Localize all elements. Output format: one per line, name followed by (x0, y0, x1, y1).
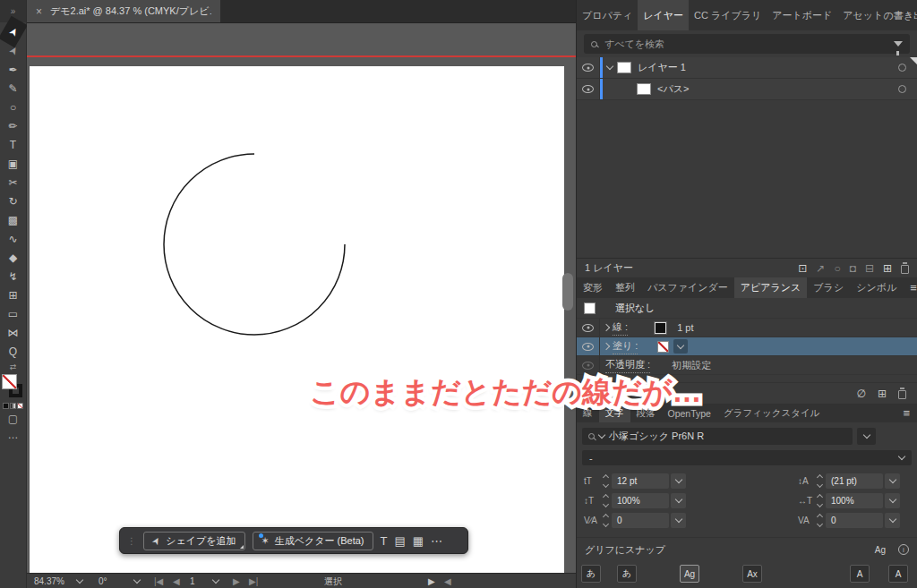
stepper[interactable] (604, 495, 608, 507)
visibility-cell[interactable] (577, 337, 600, 355)
generate-vector-button[interactable]: ✶ 生成ベクター (Beta) (253, 532, 373, 550)
expand-icon[interactable] (603, 66, 617, 69)
fill-row-selected[interactable]: 塗り : (577, 337, 917, 356)
font-size-dropdown[interactable] (671, 473, 686, 489)
fill-label[interactable]: 塗り : (613, 339, 638, 354)
snap-option-glyph-bounds-icon[interactable]: Ag (680, 565, 699, 583)
new-layer-icon[interactable]: ⊞ (883, 262, 892, 275)
font-family-dropdown[interactable] (857, 428, 876, 445)
prev-artboard-button[interactable]: ◀ (173, 574, 180, 588)
kerning-dropdown[interactable] (671, 513, 686, 528)
tab-layers[interactable]: レイヤー (638, 0, 689, 30)
font-style-select[interactable]: - (582, 450, 912, 465)
panel-menu-icon[interactable]: ≡ (896, 406, 917, 420)
eyedropper-tool[interactable]: ◆ (0, 248, 26, 267)
fill-stroke-indicator[interactable] (0, 373, 26, 400)
opacity-label[interactable]: 不透明度 : (605, 358, 650, 373)
rotation-dropdown-icon[interactable] (134, 574, 140, 588)
close-icon[interactable]: × (36, 5, 42, 18)
scroll-left-arrow[interactable]: ◀ (444, 574, 451, 588)
circle-path[interactable] (27, 23, 576, 574)
add-shape-button[interactable]: ➤ シェイプを追加 (143, 532, 245, 550)
rotation-select[interactable]: 0° (99, 574, 107, 588)
shaper-tool[interactable]: ∿ (0, 229, 26, 248)
stroke-row[interactable]: 線 : 1 pt (577, 319, 917, 337)
panel-menu-icon[interactable]: ≡ (903, 281, 917, 294)
shape-builder-tool[interactable]: ⊞ (0, 285, 26, 304)
visibility-cell[interactable] (577, 319, 600, 337)
horizontal-scale-dropdown[interactable] (885, 493, 900, 508)
eye-icon[interactable] (582, 324, 594, 332)
tab-asset-export[interactable]: アセットの書き出し (837, 0, 917, 30)
zoom-dropdown-icon[interactable] (77, 574, 82, 588)
eye-icon[interactable] (582, 362, 594, 370)
stroke-color-swatch[interactable] (655, 322, 666, 334)
path-name[interactable]: <パス> (657, 82, 689, 96)
scroll-right-arrow[interactable]: ▶ (428, 574, 435, 588)
toolbar-more-icon[interactable]: … (0, 427, 26, 443)
visibility-cell[interactable] (577, 57, 600, 78)
last-artboard-button[interactable]: ▶| (249, 574, 258, 588)
stepper[interactable] (818, 475, 822, 487)
color-button[interactable] (3, 403, 9, 409)
fill-dropdown[interactable] (673, 339, 688, 354)
zoom-tool[interactable]: Q (0, 342, 26, 361)
stepper[interactable] (818, 515, 822, 526)
type-tool-button[interactable]: T (381, 534, 388, 548)
tab-properties[interactable]: プロパティ (577, 0, 638, 30)
font-size-input[interactable]: 12 pt (612, 473, 669, 489)
expand-icon[interactable] (600, 325, 613, 330)
gradient-button[interactable] (10, 403, 16, 409)
screen-mode-icon[interactable]: ▢ (0, 411, 26, 427)
eye-icon[interactable] (582, 343, 594, 351)
stepper[interactable] (818, 495, 822, 507)
drag-handle-icon[interactable]: ⋮ (127, 536, 136, 546)
tracking-dropdown[interactable] (885, 513, 900, 528)
twirl-tool[interactable]: ↯ (0, 267, 26, 285)
paintbrush-tool[interactable]: ✏ (0, 116, 26, 135)
scissors-tool[interactable]: ✂ (0, 173, 26, 192)
target-circle-icon[interactable] (898, 64, 906, 72)
next-artboard-button[interactable]: ▶ (233, 574, 240, 588)
stroke-label[interactable]: 線 : (613, 320, 628, 336)
swap-fill-stroke-icon[interactable]: ⇄ (0, 361, 26, 373)
export-icon[interactable]: ↗ (816, 262, 825, 275)
curvature-tool[interactable]: ✎ (0, 79, 26, 98)
more-options-icon[interactable]: ⋯ (431, 534, 442, 548)
zoom-level-select[interactable]: 84.37% (34, 574, 64, 588)
clear-appearance-icon[interactable]: ∅ (856, 388, 865, 400)
expand-icon[interactable] (600, 344, 613, 349)
rotate-tool[interactable]: ↻ (0, 192, 26, 210)
tracking-input[interactable]: 0 (826, 513, 883, 528)
visibility-cell[interactable] (577, 79, 600, 99)
layer-row[interactable]: レイヤー 1 (577, 57, 917, 79)
leading-input[interactable]: (21 pt) (826, 473, 883, 489)
fill-none-swatch[interactable] (657, 341, 669, 353)
path-thumbnail[interactable] (637, 83, 651, 95)
tab-symbols[interactable]: シンボル (850, 277, 903, 298)
layer-name[interactable]: レイヤー 1 (638, 61, 686, 74)
new-effect-icon[interactable]: ⊞ (878, 388, 887, 400)
horizontal-scale-input[interactable]: 100% (826, 493, 883, 508)
none-button[interactable] (17, 403, 23, 409)
visibility-cell[interactable] (577, 356, 600, 374)
clipping-mask-icon[interactable]: ◘ (850, 262, 856, 275)
tab-pathfinder[interactable]: パスファインダー (641, 277, 734, 298)
new-sublayer-icon[interactable]: ⊟ (865, 262, 874, 275)
tab-cc-libraries[interactable]: CC ライブラリ (689, 0, 767, 30)
canvas[interactable]: ⋮ ➤ シェイプを追加 ✶ 生成ベクター (Beta) T ▤ ▦ ⋯ (27, 22, 576, 573)
vertical-scrollbar[interactable] (562, 273, 573, 311)
info-icon[interactable]: i (898, 544, 909, 555)
layer-thumbnail[interactable] (617, 62, 631, 73)
artboard-number-select[interactable]: 1 (190, 574, 195, 588)
snap-option-angular-guides-icon[interactable]: A (850, 565, 870, 583)
transform-tool[interactable]: ▣ (0, 154, 26, 173)
width-tool[interactable]: ⋈ (0, 323, 26, 342)
filter-icon[interactable] (894, 41, 903, 47)
kerning-input[interactable]: 0 (612, 513, 669, 528)
stepper[interactable] (604, 515, 608, 526)
glyph-snap-ag-icon[interactable]: Ag (875, 545, 886, 555)
vertical-scale-dropdown[interactable] (671, 493, 686, 508)
tab-artboards[interactable]: アートボード (767, 0, 837, 30)
fill-none-swatch[interactable] (2, 374, 17, 389)
